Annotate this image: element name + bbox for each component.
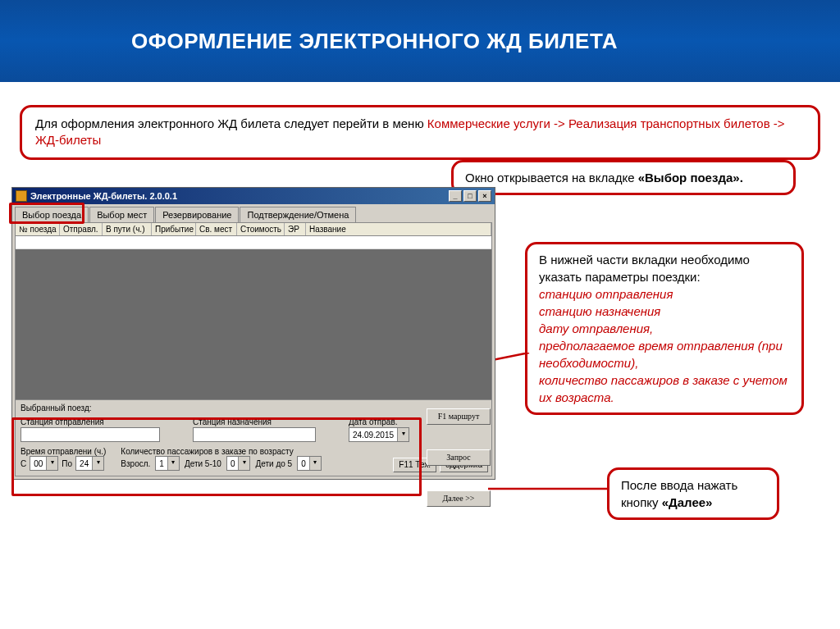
route-button[interactable]: F1 маршрут <box>427 408 491 425</box>
maximize-button[interactable]: □ <box>463 190 477 202</box>
gh-seats[interactable]: Св. мест <box>196 223 237 235</box>
destination-station-label: Станция назначения <box>193 417 316 426</box>
info-text-black: Для оформления электронного ЖД билета сл… <box>35 116 427 130</box>
callout-right-l5: предполагаемое время отправления (при не… <box>539 337 790 371</box>
callout-bottom-bold: «Далее» <box>662 495 713 509</box>
gh-arrival[interactable]: Прибытие <box>152 223 196 235</box>
minimize-button[interactable]: _ <box>449 190 462 202</box>
to-label: По <box>62 459 72 468</box>
next-button[interactable]: Далее >> <box>427 490 491 507</box>
callout-right-line1: В нижней части вкладки необходимо указат… <box>539 251 790 285</box>
callout-right-l4: дату отправления, <box>539 320 790 337</box>
callout-right: В нижней части вкладки необходимо указат… <box>525 242 804 415</box>
app-icon <box>16 190 27 202</box>
adult-input[interactable]: 1▾ <box>155 456 180 471</box>
callout-top-bold: «Выбор поезда». <box>638 171 743 185</box>
departure-date-label: Дата отправ. <box>349 417 409 426</box>
dropdown-icon[interactable]: ▾ <box>309 457 321 470</box>
callout-top-prefix: Окно открывается на вкладке <box>465 171 638 185</box>
dropdown-icon[interactable]: ▾ <box>92 457 103 470</box>
tab-select-train[interactable]: Выбор поезда <box>15 207 89 222</box>
grid-header: № поезда Отправл. В пути (ч.) Прибытие С… <box>15 222 492 236</box>
gh-train-no[interactable]: № поезда <box>16 223 60 235</box>
from-label: С <box>21 459 26 468</box>
dropdown-icon[interactable]: ▾ <box>46 457 57 470</box>
query-button[interactable]: Запрос <box>427 449 491 466</box>
callout-right-l3: станцию назначения <box>539 303 790 320</box>
gh-name[interactable]: Название <box>306 223 491 235</box>
side-buttons: F1 маршрут Запрос Далее >> <box>427 408 491 507</box>
departure-date-value: 24.09.2015 <box>349 431 397 440</box>
tab-select-seats[interactable]: Выбор мест <box>89 207 154 222</box>
gh-travel-time[interactable]: В пути (ч.) <box>103 223 152 235</box>
departure-station-label: Станция отправления <box>21 417 160 426</box>
close-button[interactable]: × <box>478 190 491 202</box>
page-title: ОФОРМЛЕНИЕ ЭЛЕКТРОННОГО ЖД БИЛЕТА <box>131 29 618 54</box>
adult-label: Взросл. <box>121 459 150 468</box>
info-box: Для оформления электронного ЖД билета сл… <box>20 105 820 160</box>
lower-section: Выбранный поезд: Станция отправления Ста… <box>15 400 492 476</box>
gh-cost[interactable]: Стоимость <box>237 223 285 235</box>
dropdown-icon[interactable]: ▾ <box>238 457 249 470</box>
tabs-row: Выбор поезда Выбор мест Резервирование П… <box>12 204 495 222</box>
departure-time-label: Время отправлени (ч.) <box>21 447 106 456</box>
time-from-input[interactable]: 00▾ <box>30 456 58 471</box>
child5-label: Дети до 5 <box>255 459 292 468</box>
callout-top: Окно открывается на вкладке «Выбор поезд… <box>451 160 796 195</box>
time-to-input[interactable]: 24▾ <box>75 456 104 471</box>
tab-reservation[interactable]: Резервирование <box>155 207 239 222</box>
child510-label: Дети 5-10 <box>185 459 221 468</box>
child510-input[interactable]: 0▾ <box>226 456 251 471</box>
table-row[interactable] <box>16 236 491 249</box>
page-header: ОФОРМЛЕНИЕ ЭЛЕКТРОННОГО ЖД БИЛЕТА <box>0 0 840 82</box>
tab-confirm-cancel[interactable]: Подтверждение/Отмена <box>240 207 356 222</box>
app-title: Электронные ЖД-билеты. 2.0.0.1 <box>30 191 177 201</box>
passengers-label: Количество пассажиров в заказе по возрас… <box>121 447 321 456</box>
dropdown-icon[interactable]: ▾ <box>397 428 409 441</box>
child5-input[interactable]: 0▾ <box>297 456 322 471</box>
callout-right-l2: станцию отправления <box>539 285 790 303</box>
gh-er[interactable]: ЭР <box>285 223 306 235</box>
callout-right-l6: количество пассажиров в заказе с учетом … <box>539 371 790 406</box>
dropdown-icon[interactable]: ▾ <box>167 457 179 470</box>
destination-station-input[interactable] <box>193 427 316 442</box>
callout-bottom: После ввода нажать кнопку «Далее» <box>607 467 779 520</box>
departure-date-input[interactable]: 24.09.2015▾ <box>349 427 409 442</box>
gh-departure[interactable]: Отправл. <box>60 223 103 235</box>
grid-body[interactable] <box>15 236 492 400</box>
selected-train-label: Выбранный поезд: <box>21 403 486 412</box>
titlebar[interactable]: Электронные ЖД-билеты. 2.0.0.1 _ □ × <box>12 188 495 204</box>
departure-station-input[interactable] <box>21 427 160 442</box>
app-window: Электронные ЖД-билеты. 2.0.0.1 _ □ × Выб… <box>11 187 495 480</box>
